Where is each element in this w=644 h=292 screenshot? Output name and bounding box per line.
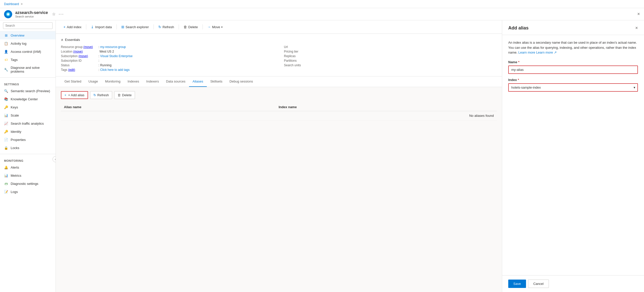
- move-chevron-icon: ▾: [221, 26, 223, 28]
- move-button[interactable]: → Move ▾: [205, 23, 225, 30]
- sidebar-item-identity[interactable]: 🔑 Identity: [0, 127, 56, 136]
- name-label: Name *: [508, 60, 638, 64]
- aliases-refresh-button[interactable]: ↻ Refresh: [90, 91, 112, 99]
- sidebar-item-alerts[interactable]: 🔔 Alerts: [0, 163, 56, 171]
- tab-debug-sessions[interactable]: Debug sessions: [226, 76, 257, 87]
- refresh-button[interactable]: ↻ Refresh: [156, 23, 177, 30]
- tab-usage[interactable]: Usage: [85, 76, 101, 87]
- monitoring-section-label: Monitoring: [0, 156, 56, 163]
- cancel-button[interactable]: Cancel: [528, 280, 549, 288]
- search-explorer-icon: ⊞: [121, 25, 124, 29]
- sidebar-item-diagnostic-settings[interactable]: 🗃 Diagnostic settings: [0, 180, 56, 188]
- refresh-icon: ↻: [158, 25, 161, 29]
- sidebar-item-keys[interactable]: 🔑 Keys: [0, 103, 56, 111]
- index-form-group: Index * hotels-sample-index ▾: [508, 78, 638, 92]
- index-label: Index *: [508, 78, 638, 82]
- edit-tags-link[interactable]: (edit): [68, 68, 75, 72]
- tab-skillsets[interactable]: Skillsets: [207, 76, 226, 87]
- top-bar: azsearch-service Search service ☆ ··· ×: [0, 8, 644, 20]
- knowledge-center-icon: 📚: [4, 97, 8, 101]
- aliases-refresh-icon: ↻: [93, 93, 96, 97]
- name-form-group: Name *: [508, 60, 638, 74]
- aliases-table: Alias name Index name No aliases found: [61, 103, 497, 120]
- close-button[interactable]: ×: [637, 11, 640, 17]
- add-index-button[interactable]: + Add index: [61, 23, 84, 30]
- sidebar-item-scale[interactable]: 📊 Scale: [0, 111, 56, 119]
- essentials-header[interactable]: ∧ Essentials: [61, 38, 497, 42]
- settings-section-label: Settings: [0, 80, 56, 87]
- index-select[interactable]: hotels-sample-index: [508, 83, 638, 92]
- properties-icon: 📄: [4, 138, 8, 142]
- sidebar-item-tags[interactable]: 🏷 Tags: [0, 56, 56, 64]
- aliases-toolbar: + + Add alias ↻ Refresh 🗑 Delete: [61, 91, 497, 99]
- sidebar-item-access-control-label: Access control (IAM): [11, 50, 41, 54]
- essentials-subscription-id: Subscription ID :: [61, 58, 274, 63]
- logs-icon: 📝: [4, 190, 8, 194]
- delete-button[interactable]: 🗑 Delete: [181, 23, 200, 30]
- tab-aliases[interactable]: Aliases: [189, 76, 207, 87]
- semantic-search-icon: 🔍: [4, 89, 8, 93]
- resource-group-link[interactable]: my-resource-group: [100, 45, 126, 49]
- move-icon: →: [207, 25, 211, 29]
- toolbar-sep-5: [202, 24, 203, 29]
- essentials-subscription: Subscription (move) : Visual Studio Ente…: [61, 54, 274, 58]
- add-alias-button[interactable]: + + Add alias: [61, 91, 88, 99]
- sidebar-item-activity-log[interactable]: 📋 Activity log: [0, 39, 56, 47]
- delete-icon: 🗑: [183, 25, 187, 29]
- aliases-delete-button[interactable]: 🗑 Delete: [114, 91, 135, 99]
- sidebar-item-overview[interactable]: ⊞ Overview: [0, 31, 56, 39]
- sidebar-item-diagnostic-settings-label: Diagnostic settings: [11, 182, 38, 186]
- overview-icon: ⊞: [4, 33, 8, 37]
- main-tabs: Get Started Usage Monitoring Indexes Ind…: [56, 76, 502, 87]
- search-explorer-button[interactable]: ⊞ Search explorer: [119, 23, 151, 30]
- add-alias-panel: Add alias × An index alias is a secondar…: [502, 20, 644, 292]
- sidebar-item-semantic-search-label: Semantic search (Preview): [11, 89, 50, 93]
- sidebar-item-locks[interactable]: 🔒 Locks: [0, 144, 56, 152]
- tab-indexes[interactable]: Indexes: [124, 76, 143, 87]
- sidebar-search-container: [0, 20, 56, 31]
- panel-title: Add alias: [508, 25, 529, 31]
- search-input[interactable]: [3, 22, 53, 29]
- essentials-search-units: Search units: [284, 63, 497, 68]
- col-alias-name: Alias name: [61, 103, 276, 111]
- sidebar-item-diagnose[interactable]: 🔧 Diagnose and solve problems: [0, 64, 56, 75]
- more-options-icon[interactable]: ···: [59, 11, 64, 17]
- sidebar-item-properties-label: Properties: [11, 138, 26, 142]
- import-data-button[interactable]: ⤓ Import data: [88, 23, 114, 30]
- identity-icon: 🔑: [4, 129, 8, 134]
- tab-monitoring[interactable]: Monitoring: [101, 76, 124, 87]
- content-area: + Add index ⤓ Import data ⊞ Search explo…: [56, 20, 644, 292]
- sidebar-item-semantic-search[interactable]: 🔍 Semantic search (Preview): [0, 87, 56, 95]
- sidebar-item-alerts-label: Alerts: [11, 166, 19, 169]
- panel-close-button[interactable]: ×: [635, 25, 638, 31]
- diagnostic-settings-icon: 🗃: [4, 182, 8, 186]
- essentials-url: Url: [284, 45, 497, 49]
- tab-get-started[interactable]: Get Started: [61, 76, 85, 87]
- sidebar-item-metrics[interactable]: 📊 Metrics: [0, 171, 56, 180]
- essentials-replicas: Replicas: [284, 54, 497, 58]
- metrics-icon: 📊: [4, 173, 8, 177]
- save-button[interactable]: Save: [508, 280, 526, 288]
- locks-icon: 🔒: [4, 146, 8, 150]
- essentials-grid: Resource group (move) : my-resource-grou…: [61, 45, 497, 72]
- access-control-icon: 👤: [4, 50, 8, 54]
- learn-more-link[interactable]: Learn more ↗: [536, 51, 557, 54]
- move-subscription-link[interactable]: (move): [78, 54, 88, 58]
- sidebar-item-access-control[interactable]: 👤 Access control (IAM): [0, 47, 56, 56]
- sidebar-item-tags-label: Tags: [11, 58, 18, 62]
- learn-more-link[interactable]: Learn more: [518, 51, 535, 54]
- alias-name-input[interactable]: [508, 66, 638, 74]
- move-location-link[interactable]: (move): [73, 50, 83, 53]
- sidebar-item-search-traffic[interactable]: 📈 Search traffic analytics: [0, 119, 56, 127]
- move-resource-link[interactable]: (move): [83, 45, 93, 49]
- tab-data-sources[interactable]: Data sources: [162, 76, 189, 87]
- sidebar-item-knowledge-center[interactable]: 📚 Knowledge Center: [0, 95, 56, 103]
- subscription-link[interactable]: Visual Studio Enterprise: [100, 54, 133, 58]
- sidebar-item-scale-label: Scale: [11, 113, 19, 117]
- sidebar-item-logs[interactable]: 📝 Logs: [0, 188, 56, 196]
- favorite-icon[interactable]: ☆: [52, 12, 56, 17]
- tab-indexers[interactable]: Indexers: [143, 76, 162, 87]
- sidebar-item-properties[interactable]: 📄 Properties: [0, 136, 56, 144]
- breadcrumb-dashboard[interactable]: Dashboard: [4, 2, 19, 6]
- add-tags-link[interactable]: Click here to add tags: [100, 68, 130, 72]
